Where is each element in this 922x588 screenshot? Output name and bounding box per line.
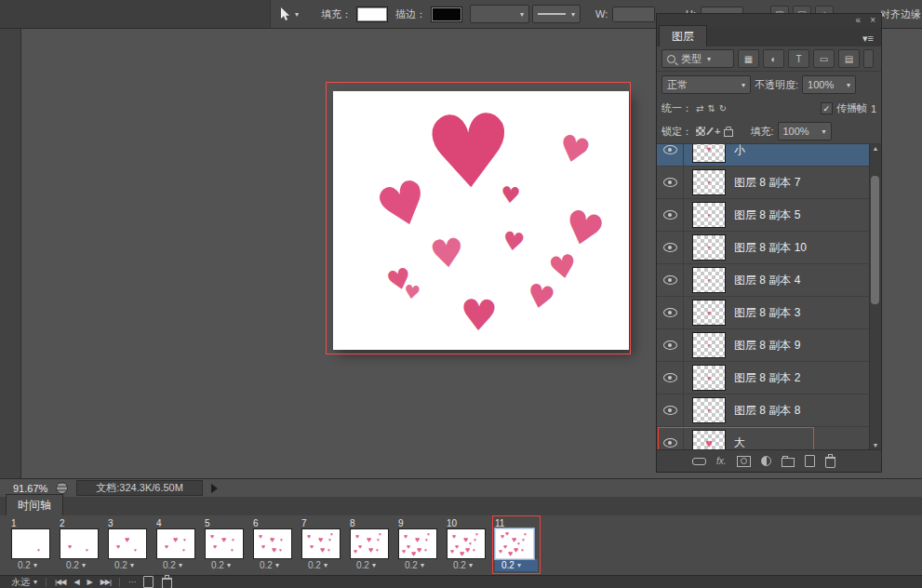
timeline-frame[interactable]: 11♥♥♥♥♥♥♥♥♥♥♥0.2▾ [495,518,538,571]
move-tool-indicator[interactable]: ▾ [279,0,299,28]
opacity-dropdown[interactable]: 100% ▾ [802,75,856,94]
layer-visibility-toggle[interactable] [657,297,684,328]
delete-frame-button[interactable] [162,578,172,588]
checkbox-checked-icon[interactable]: ✓ [821,102,833,114]
tools-panel-edge[interactable] [0,28,21,478]
lock-all-icon[interactable] [724,129,733,137]
filter-pixel-layers-icon[interactable]: ▦ [738,49,759,68]
fill-control[interactable]: 填充： [321,0,388,28]
timeline-frame[interactable]: 7♥♥♥♥♥♥♥0.2▾ [301,518,344,571]
filter-toggle-icon[interactable] [863,49,874,68]
layer-row[interactable]: ♥小 [657,144,870,167]
layer-visibility-toggle[interactable] [657,144,684,166]
layer-row[interactable]: ♥图层 8 副本 4 [657,264,870,297]
stroke-color-swatch[interactable] [431,7,462,22]
layer-fill-dropdown[interactable]: 100% ▾ [778,122,832,140]
propagate-frame-option[interactable]: ✓ 传播帧 1 [821,101,876,115]
layer-name[interactable]: 图层 8 副本 7 [734,175,800,191]
frame-thumbnail[interactable]: ♥♥♥♥♥♥ [253,528,292,559]
layer-row[interactable]: ♥图层 8 副本 5 [657,199,870,232]
frame-thumbnail[interactable]: ♥♥ [60,528,99,559]
frame-delay[interactable]: 0.2▾ [60,559,102,571]
lock-transparency-icon[interactable] [696,127,705,136]
frame-delay[interactable]: 0.2▾ [156,559,199,571]
status-flyout-icon[interactable] [211,484,218,493]
frame-thumbnail[interactable]: ♥♥♥♥♥♥♥♥♥♥ [447,528,486,559]
stroke-control[interactable]: 描边： [395,0,462,28]
adjustment-layer-icon[interactable] [761,456,771,466]
layer-visibility-toggle[interactable] [657,232,684,263]
frame-delay[interactable]: 0.2▾ [11,559,54,571]
layer-row[interactable]: ♥图层 8 副本 8 [657,394,870,427]
layer-name[interactable]: 图层 8 副本 3 [734,305,800,321]
duplicate-frame-button[interactable] [143,576,154,588]
layer-row[interactable]: ♥图层 8 副本 10 [657,232,870,264]
layer-name[interactable]: 图层 8 副本 9 [734,338,800,354]
width-input[interactable] [612,7,655,22]
layer-visibility-toggle[interactable] [657,394,684,426]
zoom-level[interactable]: 91.67% [13,483,47,494]
layer-thumbnail[interactable]: ♥ [692,234,726,261]
layer-row[interactable]: ♥大 [657,427,870,449]
frame-delay[interactable]: 0.2▾ [447,559,489,571]
timeline-frame[interactable]: 4♥♥♥♥0.2▾ [156,518,199,571]
layer-name[interactable]: 小 [734,144,745,158]
frame-thumbnail[interactable]: ♥♥♥♥♥♥♥ [301,528,341,559]
frame-delay[interactable]: 0.2▾ [108,559,151,571]
layer-name[interactable]: 图层 8 副本 10 [734,240,807,256]
layer-visibility-toggle[interactable] [657,199,684,231]
close-panel-icon[interactable]: × [870,16,875,25]
unify-position-icon[interactable]: ⇄ [696,103,703,114]
filter-smart-objects-icon[interactable]: ▤ [838,49,860,68]
stroke-type-dropdown[interactable]: ▾ [532,0,581,28]
frame-delay[interactable]: 0.2▾ [205,559,247,571]
frame-thumbnail[interactable]: ♥♥♥♥♥♥♥♥♥♥♥ [495,528,534,559]
timeline-frame[interactable]: 6♥♥♥♥♥♥0.2▾ [253,518,296,571]
collapse-panel-icon[interactable]: « [856,16,862,25]
frame-thumbnail[interactable]: ♥♥♥♥♥♥♥♥♥ [398,528,437,559]
layer-thumbnail[interactable]: ♥ [692,202,726,228]
timeline-frame[interactable]: 5♥♥♥♥♥0.2▾ [205,518,247,571]
filter-adjustment-layers-icon[interactable]: ◐ [763,49,784,68]
filter-type-layers-icon[interactable]: T [788,49,809,68]
frame-thumbnail[interactable]: ♥♥♥ [108,528,147,559]
layer-name[interactable]: 图层 8 副本 4 [734,273,800,288]
lock-pixels-icon[interactable] [706,127,714,136]
scroll-up-icon[interactable]: ▲ [870,145,881,152]
layer-thumbnail[interactable]: ♥ [692,397,726,423]
layer-style-fx-icon[interactable]: fx. [716,456,727,466]
layer-name[interactable]: 图层 8 副本 2 [734,370,800,386]
layer-visibility-toggle[interactable] [657,167,684,198]
layer-row[interactable]: ♥图层 8 副本 7 [657,167,870,199]
layer-visibility-toggle[interactable] [657,362,684,394]
tab-timeline[interactable]: 时间轴 [6,494,63,515]
frame-thumbnail[interactable]: ♥♥♥♥ [156,528,195,559]
document-canvas[interactable]: ♥♥♥♥♥♥♥♥♥♥♥♥ [333,91,629,350]
unify-style-icon[interactable]: ↻ [719,103,727,114]
layer-row[interactable]: ♥图层 8 副本 9 [657,329,870,362]
next-frame-button[interactable]: ▶▶| [100,578,111,586]
frame-thumbnail[interactable]: ♥ [11,528,50,559]
link-layers-icon[interactable] [692,458,706,465]
tab-layers[interactable]: 图层 [659,25,707,47]
timeline-frame[interactable]: 10♥♥♥♥♥♥♥♥♥♥0.2▾ [447,518,489,571]
blend-mode-dropdown[interactable]: 正常 ▾ [661,75,751,94]
layer-row[interactable]: ♥图层 8 副本 2 [657,362,870,394]
layer-thumbnail[interactable]: ♥ [692,430,726,449]
scroll-down-icon[interactable]: ▼ [870,442,881,448]
stroke-width-dropdown[interactable]: ▾ [470,0,529,28]
new-group-icon[interactable] [782,458,795,467]
timeline-frame[interactable]: 3♥♥♥0.2▾ [108,518,151,571]
layer-thumbnail[interactable]: ♥ [692,169,726,195]
frame-delay[interactable]: 0.2▾ [301,559,344,571]
tween-button[interactable]: ⋯ [128,578,135,586]
unify-visibility-icon[interactable]: ⇅ [707,103,715,114]
frame-delay[interactable]: 0.2▾ [398,559,441,571]
play-button[interactable]: ▶ [87,578,92,586]
timeline-frame[interactable]: 8♥♥♥♥♥♥♥♥0.2▾ [350,518,393,571]
layers-scrollbar[interactable]: ▲ ▼ [869,144,881,449]
fill-color-swatch[interactable] [356,7,388,22]
loop-count-dropdown[interactable]: 永远 ▾ [11,576,37,588]
lock-position-icon[interactable]: + [715,127,720,137]
frame-delay[interactable]: 0.2▾ [253,559,296,571]
